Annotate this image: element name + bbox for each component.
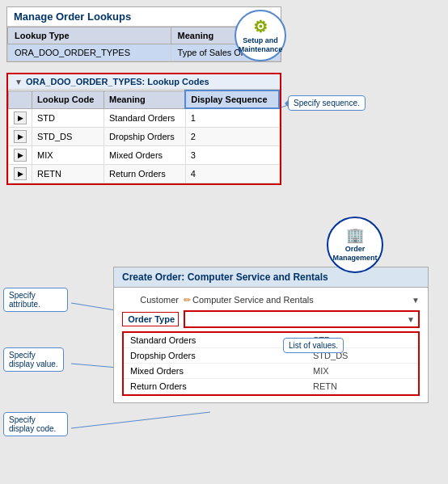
list-of-values-callout: List of values.: [283, 338, 344, 353]
list-of-values-text: List of values.: [289, 341, 338, 350]
lookup-codes-section: ▼ ORA_DOO_ORDER_TYPES: Lookup Codes Look…: [6, 73, 281, 185]
expand-icon[interactable]: ▶: [14, 130, 27, 143]
customer-row: Customer ✏ Computer Service and Rentals …: [122, 294, 420, 305]
lookup-codes-table: Lookup Code Meaning Display Sequence ▶ S…: [8, 90, 280, 183]
lookup-type-header: Lookup Type: [8, 27, 171, 44]
customer-field[interactable]: ✏ Computer Service and Rentals ▼: [184, 294, 420, 305]
order-type-label: Order Type: [122, 312, 179, 326]
customer-label: Customer: [122, 295, 179, 305]
gear-icon: ⚙: [253, 17, 268, 36]
dropdown-meaning: Standard Orders: [124, 333, 306, 348]
main-container: ⚙ Setup and Maintenance Manage Order Loo…: [0, 0, 448, 484]
specify-sequence-text: Specify sequence.: [294, 99, 360, 107]
specify-display-value-callout: Specify display value.: [3, 347, 64, 372]
lookup-code-header: Lookup Code: [32, 90, 104, 108]
lookup-codes-header: ▼ ORA_DOO_ORDER_TYPES: Lookup Codes: [8, 74, 280, 90]
specify-attribute-text: Specify attribute.: [9, 291, 40, 309]
expand-col-header: [9, 90, 32, 108]
order-type-row: Order Type ▼: [122, 310, 420, 328]
expand-icon[interactable]: ▶: [14, 149, 27, 162]
edit-icon: ✏: [184, 295, 191, 305]
dropdown-options-table: Standard Orders STD Dropship Orders STD_…: [124, 333, 418, 394]
dropdown-meaning: Return Orders: [124, 379, 306, 394]
display-seq-header: Display Sequence: [185, 90, 279, 108]
customer-value: Computer Service and Rentals: [192, 295, 314, 305]
dropdown-code: RETN: [306, 379, 418, 394]
code-cell: STD: [32, 108, 104, 127]
meaning-cell: Dropship Orders: [104, 127, 186, 145]
collapse-icon[interactable]: ▼: [15, 78, 23, 86]
code-cell: STD_DS: [32, 127, 104, 145]
order-management-badge: 🏢 Order Management: [327, 217, 383, 273]
dropdown-meaning: Mixed Orders: [124, 364, 306, 379]
specify-attribute-callout: Specify attribute.: [3, 288, 68, 312]
meaning-cell: Return Orders: [104, 164, 186, 183]
expand-icon[interactable]: ▶: [14, 112, 27, 124]
table-row[interactable]: ▶ STD_DS Dropship Orders 2: [9, 127, 280, 145]
code-cell: RETN: [32, 164, 104, 183]
specify-display-code-text: Specify display code.: [9, 415, 56, 433]
order-type-dropdown-arrow: ▼: [407, 315, 415, 324]
table-row[interactable]: ▶ MIX Mixed Orders 3: [9, 145, 280, 164]
building-icon: 🏢: [346, 227, 364, 245]
meaning-code-header: Meaning: [104, 90, 186, 108]
table-row[interactable]: ▶ RETN Return Orders 4: [9, 164, 280, 183]
dropdown-code: MIX: [306, 364, 418, 379]
meaning-cell: Mixed Orders: [104, 145, 186, 164]
setup-badge-label: Setup and Maintenance: [239, 36, 283, 54]
lookup-codes-title: ORA_DOO_ORDER_TYPES: Lookup Codes: [26, 77, 209, 86]
seq-cell: 1: [185, 108, 279, 127]
setup-maintenance-badge: ⚙ Setup and Maintenance: [235, 10, 286, 61]
order-type-dropdown: Standard Orders STD Dropship Orders STD_…: [122, 331, 420, 396]
code-cell: MIX: [32, 145, 104, 164]
lookup-type-cell: ORA_DOO_ORDER_TYPES: [8, 44, 171, 61]
create-order-panel: Create Order: Computer Service and Renta…: [113, 267, 429, 403]
chevron-down-icon: ▼: [412, 296, 420, 305]
table-row[interactable]: ▶ STD Standard Orders 1: [9, 108, 280, 127]
meaning-cell: Standard Orders: [104, 108, 186, 127]
svg-line-3: [71, 412, 210, 428]
seq-cell: 3: [185, 145, 279, 164]
seq-cell: 4: [185, 164, 279, 183]
order-type-field[interactable]: ▼: [184, 310, 420, 328]
specify-display-code-callout: Specify display code.: [3, 412, 68, 436]
customer-dropdown-arrow[interactable]: ▼: [412, 294, 420, 305]
list-item[interactable]: Standard Orders STD: [124, 333, 418, 348]
list-item[interactable]: Mixed Orders MIX: [124, 364, 418, 379]
specify-sequence-callout: Specify sequence.: [288, 95, 366, 111]
order-mgmt-label: Order Management: [332, 245, 377, 263]
create-order-body: Customer ✏ Computer Service and Rentals …: [114, 288, 428, 402]
expand-icon[interactable]: ▶: [14, 167, 27, 180]
list-item[interactable]: Return Orders RETN: [124, 379, 418, 394]
dropdown-meaning: Dropship Orders: [124, 348, 306, 364]
seq-cell: 2: [185, 127, 279, 145]
specify-display-value-text: Specify display value.: [9, 351, 58, 368]
list-item[interactable]: Dropship Orders STD_DS: [124, 348, 418, 364]
